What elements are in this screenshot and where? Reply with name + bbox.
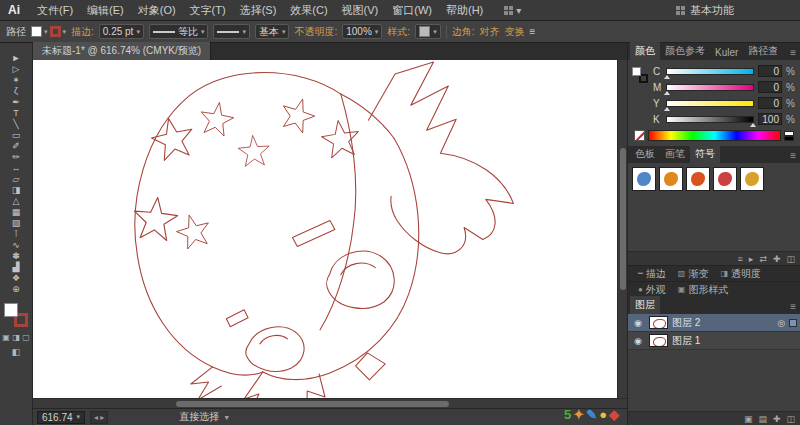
fill-swatch[interactable] — [31, 26, 42, 37]
menu-item[interactable]: 文字(T) — [183, 1, 233, 20]
horizontal-scrollbar[interactable] — [33, 398, 627, 408]
fill-color-box[interactable] — [4, 303, 18, 317]
tab-gradient[interactable]: ▧ 渐变 — [672, 266, 715, 281]
canvas[interactable] — [33, 60, 617, 398]
zoom-dropdown[interactable]: 616.74 ▾ — [37, 411, 85, 424]
magic-wand-tool-icon[interactable]: ✶ — [3, 75, 29, 86]
target-icon[interactable]: ◎ — [777, 318, 785, 328]
brush-style-dropdown[interactable]: 基本 ▾ — [255, 24, 290, 39]
shape-builder-tool-icon[interactable]: ◨ — [3, 185, 29, 196]
menu-item[interactable]: 帮助(H) — [439, 1, 490, 20]
tab-kuler[interactable]: Kuler — [710, 45, 743, 60]
layer-name[interactable]: 图层 1 — [672, 334, 797, 348]
workspace-switcher[interactable]: 基本功能 — [676, 3, 734, 18]
menu-item[interactable]: 文件(F) — [30, 1, 80, 20]
color-spectrum-bar[interactable] — [648, 130, 781, 141]
column-graph-tool-icon[interactable]: ▟ — [3, 262, 29, 273]
mini-fill-stroke-indicator[interactable] — [632, 67, 648, 83]
screen-mode-icon[interactable]: ◧ — [12, 347, 21, 357]
tab-transparency[interactable]: ◨ 透明度 — [714, 266, 767, 281]
line-segment-tool-icon[interactable]: ╲ — [3, 119, 29, 130]
opacity-link[interactable]: 不透明度: — [294, 25, 337, 39]
yellow-slider[interactable] — [666, 100, 754, 107]
tab-symbols[interactable]: 符号 — [690, 145, 720, 163]
delete-layer-icon[interactable]: ◫ — [786, 414, 795, 424]
symbol-orange-ball[interactable] — [659, 167, 683, 191]
fill-stroke-indicator[interactable] — [4, 303, 28, 327]
slider-handle[interactable] — [664, 107, 670, 111]
opacity-dropdown[interactable]: 100% ▾ — [342, 24, 382, 39]
visibility-eye-icon[interactable]: ◉ — [631, 336, 645, 346]
panel-menu-icon[interactable]: ≡ — [786, 45, 800, 60]
symbol-gold-shape[interactable] — [740, 167, 764, 191]
direct-selection-tool-icon[interactable]: ▷ — [3, 64, 29, 75]
zoom-tool-icon[interactable]: ⊕ — [3, 284, 29, 295]
new-symbol-icon[interactable]: ✚ — [773, 254, 781, 264]
lasso-tool-icon[interactable]: ζ — [3, 86, 29, 97]
symbol-libraries-icon[interactable]: ≡ — [738, 254, 743, 264]
style-dropdown[interactable]: ▾ — [415, 24, 441, 39]
draw-inside-icon[interactable]: ▢ — [22, 333, 31, 342]
slider-handle[interactable] — [664, 91, 670, 95]
paintbrush-tool-icon[interactable]: ✐ — [3, 141, 29, 152]
pencil-tool-icon[interactable]: ✏ — [3, 152, 29, 163]
transform-link[interactable]: 变换 — [504, 25, 524, 39]
style-link[interactable]: 样式: — [387, 25, 410, 39]
rectangle-tool-icon[interactable]: ▭ — [3, 130, 29, 141]
menu-item[interactable]: 对象(O) — [131, 1, 183, 20]
eyedropper-tool-icon[interactable]: ⊺ — [3, 229, 29, 240]
control-panel-menu-icon[interactable]: ≡ — [529, 26, 535, 37]
black-value-field[interactable]: 100 — [758, 113, 782, 125]
none-swatch[interactable] — [634, 130, 645, 141]
chevron-down-icon[interactable]: ▼ — [223, 414, 230, 421]
fill-stroke-swatches[interactable]: ▾ ▾ — [31, 26, 66, 37]
magenta-value-field[interactable]: 0 — [758, 81, 782, 93]
panel-menu-icon[interactable]: ≡ — [786, 299, 800, 314]
tab-stroke[interactable]: ━ 描边 — [632, 266, 672, 281]
tab-color-guide[interactable]: 颜色参考 — [660, 42, 710, 60]
selection-tool-icon[interactable]: ► — [3, 53, 29, 64]
tab-brushes[interactable]: 画笔 — [660, 145, 690, 163]
mesh-tool-icon[interactable]: ▦ — [3, 207, 29, 218]
make-clipping-mask-icon[interactable]: ▣ — [744, 414, 753, 424]
new-sublayer-icon[interactable]: ▤ — [758, 414, 767, 424]
draw-behind-icon[interactable]: ◨ — [12, 333, 21, 342]
cyan-value-field[interactable]: 0 — [758, 65, 782, 77]
vertical-scroll-thumb[interactable] — [620, 148, 626, 290]
delete-symbol-icon[interactable]: ◫ — [786, 254, 795, 264]
break-link-icon[interactable]: ⇄ — [759, 254, 767, 264]
tab-swatches[interactable]: 色板 — [630, 145, 660, 163]
width-tool-icon[interactable]: ↔ — [3, 163, 29, 174]
layer-name[interactable]: 图层 2 — [672, 316, 773, 330]
panel-menu-icon[interactable]: ≡ — [786, 148, 800, 163]
place-symbol-icon[interactable]: ▸ — [749, 254, 754, 264]
new-layer-icon[interactable]: ✚ — [773, 414, 781, 424]
symbol-red-sun[interactable] — [686, 167, 710, 191]
width-profile-dropdown[interactable]: 等比 ▾ — [149, 24, 209, 39]
symbol-sprayer-tool-icon[interactable]: ✽ — [3, 251, 29, 262]
corner-link[interactable]: 边角: — [452, 25, 475, 39]
stroke-swatch[interactable] — [50, 26, 61, 37]
type-tool-icon[interactable]: T — [3, 108, 29, 119]
black-white-swatches[interactable] — [784, 131, 794, 141]
menu-item[interactable]: 选择(S) — [233, 1, 284, 20]
stroke-link[interactable]: 描边: — [71, 25, 94, 39]
tab-color[interactable]: 颜色 — [630, 42, 660, 60]
black-swatch[interactable] — [784, 136, 794, 141]
magenta-slider[interactable] — [666, 84, 754, 91]
document-tab[interactable]: 未标题-1* @ 616.74% (CMYK/预览) — [33, 42, 211, 60]
gradient-tool-icon[interactable]: ▧ — [3, 218, 29, 229]
tab-appearance[interactable]: ● 外观 — [632, 282, 672, 297]
symbol-red-flower[interactable] — [713, 167, 737, 191]
blend-tool-icon[interactable]: ∿ — [3, 240, 29, 251]
perspective-grid-tool-icon[interactable]: △ — [3, 196, 29, 207]
visibility-eye-icon[interactable]: ◉ — [631, 318, 645, 328]
hand-tool-icon[interactable]: ❖ — [3, 273, 29, 284]
yellow-value-field[interactable]: 0 — [758, 97, 782, 109]
menu-item[interactable]: 窗口(W) — [385, 1, 439, 20]
free-transform-tool-icon[interactable]: ▱ — [3, 174, 29, 185]
vertical-scrollbar[interactable] — [617, 60, 627, 398]
tab-layers[interactable]: 图层 — [630, 296, 660, 314]
align-link[interactable]: 对齐 — [479, 25, 499, 39]
menu-item[interactable]: 编辑(E) — [80, 1, 131, 20]
